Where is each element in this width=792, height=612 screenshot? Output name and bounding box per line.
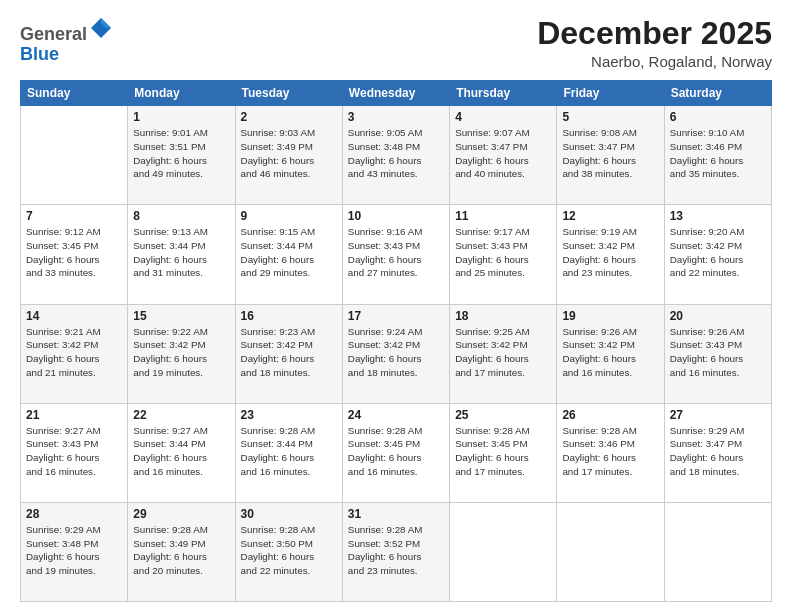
day-info: Sunrise: 9:08 AMSunset: 3:47 PMDaylight:…: [562, 126, 658, 181]
day-number: 23: [241, 408, 337, 422]
calendar-cell: 14Sunrise: 9:21 AMSunset: 3:42 PMDayligh…: [21, 304, 128, 403]
calendar-week-row: 1Sunrise: 9:01 AMSunset: 3:51 PMDaylight…: [21, 106, 772, 205]
calendar-cell: 16Sunrise: 9:23 AMSunset: 3:42 PMDayligh…: [235, 304, 342, 403]
day-number: 6: [670, 110, 766, 124]
calendar-week-row: 28Sunrise: 9:29 AMSunset: 3:48 PMDayligh…: [21, 502, 772, 601]
calendar-cell: 31Sunrise: 9:28 AMSunset: 3:52 PMDayligh…: [342, 502, 449, 601]
weekday-row: SundayMondayTuesdayWednesdayThursdayFrid…: [21, 81, 772, 106]
day-info: Sunrise: 9:21 AMSunset: 3:42 PMDaylight:…: [26, 325, 122, 380]
calendar-cell: 11Sunrise: 9:17 AMSunset: 3:43 PMDayligh…: [450, 205, 557, 304]
calendar-cell: [557, 502, 664, 601]
day-number: 19: [562, 309, 658, 323]
calendar-cell: 21Sunrise: 9:27 AMSunset: 3:43 PMDayligh…: [21, 403, 128, 502]
calendar-cell: 30Sunrise: 9:28 AMSunset: 3:50 PMDayligh…: [235, 502, 342, 601]
day-number: 4: [455, 110, 551, 124]
calendar-cell: 28Sunrise: 9:29 AMSunset: 3:48 PMDayligh…: [21, 502, 128, 601]
day-info: Sunrise: 9:29 AMSunset: 3:47 PMDaylight:…: [670, 424, 766, 479]
day-number: 16: [241, 309, 337, 323]
calendar-cell: 10Sunrise: 9:16 AMSunset: 3:43 PMDayligh…: [342, 205, 449, 304]
calendar-cell: 5Sunrise: 9:08 AMSunset: 3:47 PMDaylight…: [557, 106, 664, 205]
day-info: Sunrise: 9:03 AMSunset: 3:49 PMDaylight:…: [241, 126, 337, 181]
day-number: 29: [133, 507, 229, 521]
calendar-cell: 19Sunrise: 9:26 AMSunset: 3:42 PMDayligh…: [557, 304, 664, 403]
calendar-cell: 23Sunrise: 9:28 AMSunset: 3:44 PMDayligh…: [235, 403, 342, 502]
logo-icon: [89, 16, 113, 40]
calendar-cell: 12Sunrise: 9:19 AMSunset: 3:42 PMDayligh…: [557, 205, 664, 304]
weekday-header: Sunday: [21, 81, 128, 106]
day-info: Sunrise: 9:12 AMSunset: 3:45 PMDaylight:…: [26, 225, 122, 280]
calendar-cell: 18Sunrise: 9:25 AMSunset: 3:42 PMDayligh…: [450, 304, 557, 403]
day-info: Sunrise: 9:27 AMSunset: 3:43 PMDaylight:…: [26, 424, 122, 479]
day-info: Sunrise: 9:28 AMSunset: 3:49 PMDaylight:…: [133, 523, 229, 578]
calendar-cell: 2Sunrise: 9:03 AMSunset: 3:49 PMDaylight…: [235, 106, 342, 205]
location: Naerbo, Rogaland, Norway: [537, 53, 772, 70]
day-info: Sunrise: 9:16 AMSunset: 3:43 PMDaylight:…: [348, 225, 444, 280]
day-number: 24: [348, 408, 444, 422]
day-number: 5: [562, 110, 658, 124]
calendar-cell: [664, 502, 771, 601]
day-info: Sunrise: 9:17 AMSunset: 3:43 PMDaylight:…: [455, 225, 551, 280]
page: General Blue December 2025 Naerbo, Rogal…: [0, 0, 792, 612]
day-info: Sunrise: 9:28 AMSunset: 3:45 PMDaylight:…: [348, 424, 444, 479]
calendar-body: 1Sunrise: 9:01 AMSunset: 3:51 PMDaylight…: [21, 106, 772, 602]
logo-blue: Blue: [20, 44, 59, 64]
day-info: Sunrise: 9:26 AMSunset: 3:43 PMDaylight:…: [670, 325, 766, 380]
day-info: Sunrise: 9:28 AMSunset: 3:46 PMDaylight:…: [562, 424, 658, 479]
weekday-header: Tuesday: [235, 81, 342, 106]
day-number: 11: [455, 209, 551, 223]
weekday-header: Monday: [128, 81, 235, 106]
day-number: 10: [348, 209, 444, 223]
day-number: 12: [562, 209, 658, 223]
day-number: 31: [348, 507, 444, 521]
day-number: 21: [26, 408, 122, 422]
day-info: Sunrise: 9:28 AMSunset: 3:52 PMDaylight:…: [348, 523, 444, 578]
calendar-cell: 1Sunrise: 9:01 AMSunset: 3:51 PMDaylight…: [128, 106, 235, 205]
day-info: Sunrise: 9:28 AMSunset: 3:44 PMDaylight:…: [241, 424, 337, 479]
month-title: December 2025: [537, 16, 772, 51]
day-info: Sunrise: 9:24 AMSunset: 3:42 PMDaylight:…: [348, 325, 444, 380]
weekday-header: Thursday: [450, 81, 557, 106]
calendar-cell: [450, 502, 557, 601]
day-number: 8: [133, 209, 229, 223]
day-number: 14: [26, 309, 122, 323]
day-info: Sunrise: 9:26 AMSunset: 3:42 PMDaylight:…: [562, 325, 658, 380]
calendar-cell: 4Sunrise: 9:07 AMSunset: 3:47 PMDaylight…: [450, 106, 557, 205]
day-info: Sunrise: 9:29 AMSunset: 3:48 PMDaylight:…: [26, 523, 122, 578]
day-number: 20: [670, 309, 766, 323]
day-info: Sunrise: 9:01 AMSunset: 3:51 PMDaylight:…: [133, 126, 229, 181]
calendar-cell: 8Sunrise: 9:13 AMSunset: 3:44 PMDaylight…: [128, 205, 235, 304]
day-info: Sunrise: 9:13 AMSunset: 3:44 PMDaylight:…: [133, 225, 229, 280]
calendar-cell: 24Sunrise: 9:28 AMSunset: 3:45 PMDayligh…: [342, 403, 449, 502]
day-info: Sunrise: 9:15 AMSunset: 3:44 PMDaylight:…: [241, 225, 337, 280]
calendar-cell: 17Sunrise: 9:24 AMSunset: 3:42 PMDayligh…: [342, 304, 449, 403]
logo: General Blue: [20, 16, 113, 65]
weekday-header: Wednesday: [342, 81, 449, 106]
calendar-cell: 29Sunrise: 9:28 AMSunset: 3:49 PMDayligh…: [128, 502, 235, 601]
day-info: Sunrise: 9:25 AMSunset: 3:42 PMDaylight:…: [455, 325, 551, 380]
calendar-week-row: 14Sunrise: 9:21 AMSunset: 3:42 PMDayligh…: [21, 304, 772, 403]
day-number: 1: [133, 110, 229, 124]
day-number: 2: [241, 110, 337, 124]
day-number: 28: [26, 507, 122, 521]
day-info: Sunrise: 9:27 AMSunset: 3:44 PMDaylight:…: [133, 424, 229, 479]
day-number: 25: [455, 408, 551, 422]
weekday-header: Saturday: [664, 81, 771, 106]
calendar-cell: 27Sunrise: 9:29 AMSunset: 3:47 PMDayligh…: [664, 403, 771, 502]
calendar-cell: 6Sunrise: 9:10 AMSunset: 3:46 PMDaylight…: [664, 106, 771, 205]
day-info: Sunrise: 9:28 AMSunset: 3:50 PMDaylight:…: [241, 523, 337, 578]
day-number: 3: [348, 110, 444, 124]
calendar-cell: 22Sunrise: 9:27 AMSunset: 3:44 PMDayligh…: [128, 403, 235, 502]
calendar-table: SundayMondayTuesdayWednesdayThursdayFrid…: [20, 80, 772, 602]
header: General Blue December 2025 Naerbo, Rogal…: [20, 16, 772, 70]
day-info: Sunrise: 9:05 AMSunset: 3:48 PMDaylight:…: [348, 126, 444, 181]
day-number: 22: [133, 408, 229, 422]
calendar-cell: 7Sunrise: 9:12 AMSunset: 3:45 PMDaylight…: [21, 205, 128, 304]
calendar-cell: 26Sunrise: 9:28 AMSunset: 3:46 PMDayligh…: [557, 403, 664, 502]
calendar-week-row: 21Sunrise: 9:27 AMSunset: 3:43 PMDayligh…: [21, 403, 772, 502]
day-info: Sunrise: 9:23 AMSunset: 3:42 PMDaylight:…: [241, 325, 337, 380]
calendar-cell: 13Sunrise: 9:20 AMSunset: 3:42 PMDayligh…: [664, 205, 771, 304]
calendar-cell: 25Sunrise: 9:28 AMSunset: 3:45 PMDayligh…: [450, 403, 557, 502]
day-number: 26: [562, 408, 658, 422]
day-info: Sunrise: 9:28 AMSunset: 3:45 PMDaylight:…: [455, 424, 551, 479]
day-number: 15: [133, 309, 229, 323]
